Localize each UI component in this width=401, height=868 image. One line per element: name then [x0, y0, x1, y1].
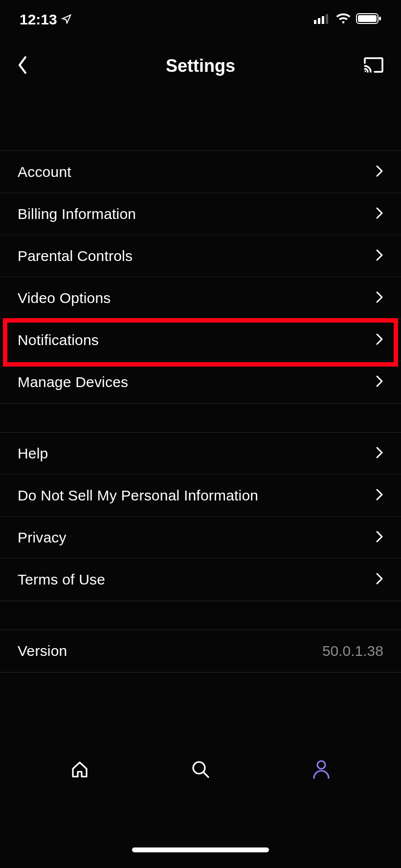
row-version: Version 50.0.1.38	[0, 630, 401, 672]
chevron-right-icon	[376, 164, 383, 180]
settings-list: Account Billing Information Parental Con…	[0, 151, 401, 673]
svg-point-7	[364, 70, 366, 72]
row-label: Billing Information	[18, 206, 136, 222]
home-icon	[69, 759, 90, 781]
chevron-right-icon	[376, 530, 383, 545]
profile-icon	[312, 759, 331, 782]
page-title: Settings	[166, 56, 235, 76]
cellular-signal-icon	[314, 13, 331, 26]
row-notifications[interactable]: Notifications	[0, 319, 401, 361]
status-right	[314, 13, 381, 26]
status-left: 12:13	[20, 11, 72, 28]
svg-rect-6	[379, 17, 381, 21]
row-label: Notifications	[18, 332, 99, 348]
svg-rect-0	[314, 20, 316, 24]
row-label: Privacy	[18, 529, 67, 546]
search-icon	[190, 759, 211, 782]
row-label: Manage Devices	[18, 374, 128, 391]
version-value: 50.0.1.38	[322, 643, 383, 659]
row-account[interactable]: Account	[0, 151, 401, 193]
row-help[interactable]: Help	[0, 433, 401, 475]
row-label: Version	[18, 643, 67, 659]
home-indicator[interactable]	[132, 847, 269, 852]
header: Settings	[0, 44, 401, 88]
chevron-right-icon	[376, 374, 383, 390]
row-billing-information[interactable]: Billing Information	[0, 193, 401, 235]
battery-icon	[356, 13, 381, 26]
row-parental-controls[interactable]: Parental Controls	[0, 235, 401, 277]
svg-rect-3	[326, 14, 328, 24]
row-privacy[interactable]: Privacy	[0, 517, 401, 559]
chevron-right-icon	[376, 248, 383, 264]
row-label: Parental Controls	[18, 248, 133, 264]
location-arrow-icon	[61, 11, 72, 28]
svg-line-9	[203, 772, 208, 777]
back-button[interactable]	[17, 55, 28, 77]
settings-group-account: Account Billing Information Parental Con…	[0, 151, 401, 404]
row-terms-of-use[interactable]: Terms of Use	[0, 559, 401, 601]
row-label: Account	[18, 164, 71, 180]
tab-search[interactable]	[152, 759, 249, 782]
settings-group-legal: Help Do Not Sell My Personal Information…	[0, 432, 401, 601]
tab-bar	[0, 746, 401, 795]
row-manage-devices[interactable]: Manage Devices	[0, 361, 401, 403]
row-label: Video Options	[18, 290, 111, 306]
chevron-right-icon	[376, 488, 383, 503]
chevron-right-icon	[376, 290, 383, 306]
svg-rect-2	[322, 16, 324, 24]
row-label: Do Not Sell My Personal Information	[18, 487, 258, 504]
row-do-not-sell[interactable]: Do Not Sell My Personal Information	[0, 475, 401, 517]
cast-button[interactable]	[363, 56, 384, 76]
wifi-icon	[335, 13, 351, 26]
svg-rect-1	[318, 18, 320, 24]
chevron-right-icon	[376, 572, 383, 587]
chevron-right-icon	[376, 332, 383, 348]
status-bar: 12:13	[0, 0, 401, 39]
svg-point-10	[317, 761, 325, 769]
tab-profile[interactable]	[272, 759, 370, 782]
row-label: Help	[18, 445, 48, 462]
chevron-right-icon	[376, 206, 383, 222]
row-label: Terms of Use	[18, 571, 105, 588]
status-time: 12:13	[20, 11, 57, 28]
row-video-options[interactable]: Video Options	[0, 277, 401, 319]
chevron-right-icon	[376, 446, 383, 461]
svg-rect-5	[358, 15, 377, 22]
settings-group-version: Version 50.0.1.38	[0, 629, 401, 673]
tab-home[interactable]	[31, 759, 129, 781]
